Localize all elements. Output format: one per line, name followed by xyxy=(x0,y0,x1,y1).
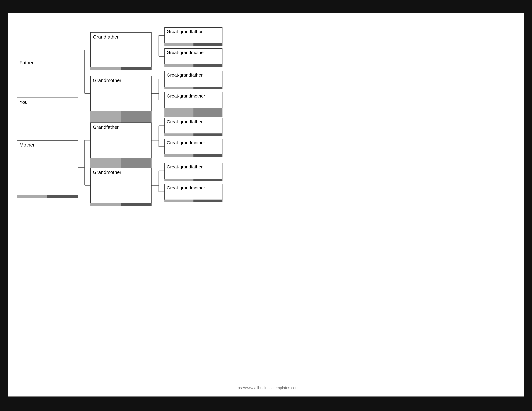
grandmother-maternal-label: Grandmother xyxy=(91,168,151,177)
footer: https://www.allbusinesstemplates.com xyxy=(8,385,524,390)
great-grandmother-2-label: Great-grandmother xyxy=(165,92,222,100)
great-grandmother-4-box: Great-grandmother xyxy=(164,184,222,200)
footer-text: https://www.allbusinesstemplates.com xyxy=(233,385,299,390)
page-background: Father You Mother Grandfather Grandmothe… xyxy=(8,13,524,396)
mother-box: Mother xyxy=(17,140,78,195)
great-grandmother-4-label: Great-grandmother xyxy=(165,184,222,192)
great-grandfather-3-label: Great-grandfather xyxy=(165,118,222,126)
great-grandfather-2-label: Great-grandfather xyxy=(165,71,222,79)
grandmother-maternal-box: Grandmother xyxy=(90,168,152,203)
mother-label: Mother xyxy=(17,140,78,149)
you-label: You xyxy=(17,98,78,107)
grandmother-paternal-label: Grandmother xyxy=(91,76,151,85)
great-grandfather-2-box: Great-grandfather xyxy=(164,71,222,87)
connector-lines xyxy=(8,13,524,396)
father-label: Father xyxy=(17,58,78,67)
great-grandmother-3-box: Great-grandmother xyxy=(164,139,222,155)
great-grandfather-4-box: Great-grandfather xyxy=(164,163,222,179)
great-grandmother-1-label: Great-grandmother xyxy=(165,49,222,56)
great-grandfather-1-label: Great-grandfather xyxy=(165,28,222,36)
grandfather-maternal-label: Grandfather xyxy=(91,123,151,131)
great-grandmother-2-box: Great-grandmother xyxy=(164,92,222,108)
great-grandfather-4-label: Great-grandfather xyxy=(165,163,222,171)
great-grandfather-1-box: Great-grandfather xyxy=(164,28,222,44)
great-grandfather-3-box: Great-grandfather xyxy=(164,118,222,134)
grandfather-paternal-box: Grandfather xyxy=(90,32,152,68)
great-grandmother-3-label: Great-grandmother xyxy=(165,139,222,147)
grandfather-paternal-label: Grandfather xyxy=(91,33,151,41)
great-grandmother-1-box: Great-grandmother xyxy=(164,48,222,65)
grandmother-paternal-box: Grandmother xyxy=(90,76,152,111)
you-box: You xyxy=(17,97,78,146)
grandfather-maternal-box: Grandfather xyxy=(90,122,152,158)
